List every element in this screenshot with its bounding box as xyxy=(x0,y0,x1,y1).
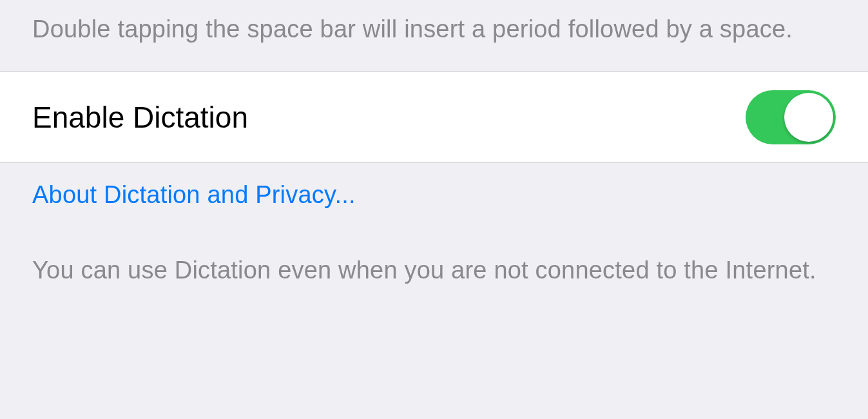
enable-dictation-label: Enable Dictation xyxy=(32,100,248,135)
enable-dictation-cell[interactable]: Enable Dictation xyxy=(0,72,868,163)
toggle-knob xyxy=(784,93,833,142)
dictation-info-text: You can use Dictation even when you are … xyxy=(0,215,868,300)
previous-section-footer: Double tapping the space bar will insert… xyxy=(0,0,868,72)
enable-dictation-toggle[interactable] xyxy=(746,90,836,144)
about-dictation-privacy-link[interactable]: About Dictation and Privacy... xyxy=(32,181,356,208)
dictation-section-footer: About Dictation and Privacy... xyxy=(0,163,868,215)
